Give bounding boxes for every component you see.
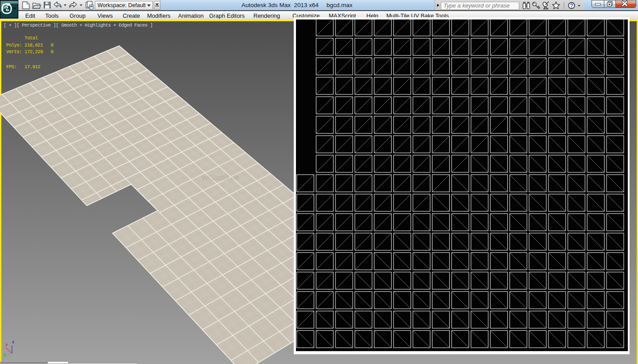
svg-text:y: y — [3, 352, 6, 357]
svg-text:?: ? — [570, 3, 573, 9]
svg-text:x: x — [6, 343, 8, 347]
svg-text:z: z — [12, 340, 14, 345]
svg-text:WGcqtpl.ua: WGcqtpl.ua — [202, 173, 239, 182]
